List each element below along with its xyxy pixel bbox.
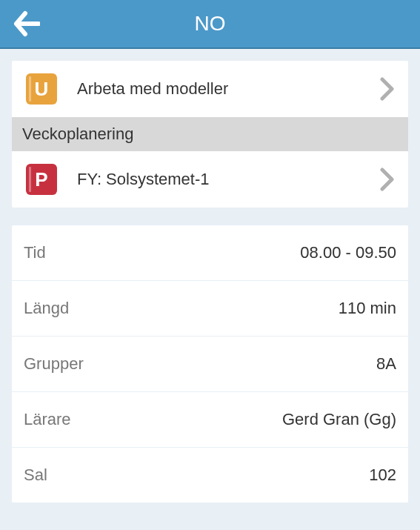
- detail-value: Gerd Gran (Gg): [282, 410, 396, 429]
- detail-label: Längd: [24, 299, 69, 318]
- back-arrow-icon: [13, 10, 40, 37]
- chevron-right-icon: [380, 77, 395, 101]
- detail-value: 110 min: [339, 299, 396, 318]
- back-button[interactable]: [10, 7, 43, 40]
- list-item-label: FY: Solsystemet-1: [77, 170, 380, 189]
- top-card: U Arbeta med modeller Veckoplanering P F…: [12, 61, 408, 208]
- detail-row-langd: Längd 110 min: [12, 281, 408, 337]
- detail-value: 8A: [376, 354, 396, 374]
- list-item-solsystemet[interactable]: P FY: Solsystemet-1: [12, 151, 408, 208]
- content-area: U Arbeta med modeller Veckoplanering P F…: [0, 49, 420, 514]
- section-header-veckoplanering: Veckoplanering: [12, 117, 408, 151]
- app-header: NO: [0, 0, 420, 49]
- detail-row-grupper: Grupper 8A: [12, 337, 408, 392]
- detail-value: 102: [369, 466, 396, 485]
- list-item-modeller[interactable]: U Arbeta med modeller: [12, 61, 408, 117]
- detail-row-larare: Lärare Gerd Gran (Gg): [12, 392, 408, 448]
- detail-label: Lärare: [24, 410, 71, 429]
- p-icon: P: [25, 163, 58, 196]
- detail-row-tid: Tid 08.00 - 09.50: [12, 225, 408, 281]
- page-title: NO: [0, 12, 420, 36]
- detail-value: 08.00 - 09.50: [300, 243, 396, 262]
- detail-label: Grupper: [24, 354, 84, 374]
- detail-row-sal: Sal 102: [12, 448, 408, 503]
- detail-label: Tid: [24, 243, 46, 262]
- u-icon: U: [25, 73, 58, 105]
- detail-label: Sal: [24, 466, 47, 485]
- list-item-label: Arbeta med modeller: [77, 79, 380, 99]
- chevron-right-icon: [380, 168, 395, 191]
- details-card: Tid 08.00 - 09.50 Längd 110 min Grupper …: [12, 225, 408, 503]
